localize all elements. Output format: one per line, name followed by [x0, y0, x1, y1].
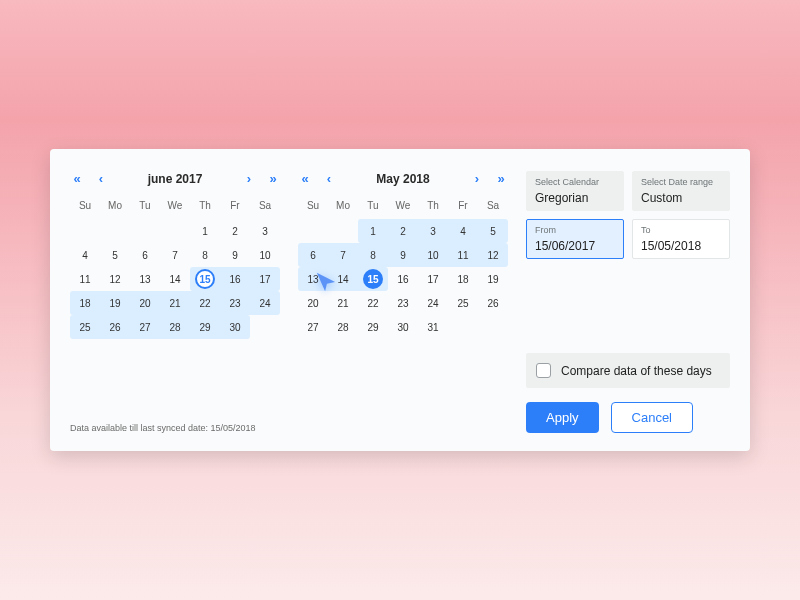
controls-column: Select Calendar Gregorian Select Date ra…: [526, 171, 730, 433]
day-cell[interactable]: 1: [190, 219, 220, 243]
date-range-panel: « ‹ june 2017 › » SuMoTuWeThFrSa12345678…: [50, 149, 750, 451]
day-cell[interactable]: 24: [250, 291, 280, 315]
day-cell[interactable]: 4: [70, 243, 100, 267]
from-label: From: [535, 225, 615, 235]
cancel-button[interactable]: Cancel: [611, 402, 693, 433]
calendar-right: « ‹ May 2018 › » SuMoTuWeThFrSa123456789…: [298, 171, 508, 433]
select-range-dropdown[interactable]: Select Date range Custom: [632, 171, 730, 211]
day-cell[interactable]: 7: [160, 243, 190, 267]
day-cell[interactable]: 17: [418, 267, 448, 291]
day-cell[interactable]: 26: [478, 291, 508, 315]
day-cell[interactable]: 11: [448, 243, 478, 267]
next-year-icon[interactable]: »: [266, 171, 280, 186]
day-cell[interactable]: 12: [478, 243, 508, 267]
day-cell[interactable]: 8: [358, 243, 388, 267]
next-month-icon[interactable]: ›: [242, 171, 256, 186]
day-cell[interactable]: 13: [130, 267, 160, 291]
weekday-label: Sa: [250, 196, 280, 219]
day-cell[interactable]: 7: [328, 243, 358, 267]
day-cell[interactable]: 10: [250, 243, 280, 267]
day-cell[interactable]: 27: [298, 315, 328, 339]
select-calendar-label: Select Calendar: [535, 177, 615, 187]
day-cell[interactable]: 25: [70, 315, 100, 339]
day-cell[interactable]: 15: [190, 267, 220, 291]
day-cell[interactable]: 19: [478, 267, 508, 291]
day-cell[interactable]: 16: [220, 267, 250, 291]
weekday-label: Th: [190, 196, 220, 219]
from-date-input[interactable]: From 15/06/2017: [526, 219, 624, 259]
from-value: 15/06/2017: [535, 239, 595, 253]
day-cell[interactable]: 18: [70, 291, 100, 315]
day-cell[interactable]: 20: [298, 291, 328, 315]
day-cell[interactable]: 21: [160, 291, 190, 315]
day-cell-empty: [328, 219, 358, 243]
weekday-label: Mo: [328, 196, 358, 219]
action-buttons: Apply Cancel: [526, 402, 730, 433]
day-cell[interactable]: 3: [250, 219, 280, 243]
prev-month-icon[interactable]: ‹: [94, 171, 108, 186]
day-cell[interactable]: 30: [388, 315, 418, 339]
next-month-icon[interactable]: ›: [470, 171, 484, 186]
day-cell[interactable]: 28: [328, 315, 358, 339]
day-cell[interactable]: 23: [220, 291, 250, 315]
compare-checkbox[interactable]: [536, 363, 551, 378]
day-cell[interactable]: 2: [388, 219, 418, 243]
prev-year-icon[interactable]: «: [298, 171, 312, 186]
weekday-label: We: [160, 196, 190, 219]
day-cell[interactable]: 30: [220, 315, 250, 339]
day-cell[interactable]: 2: [220, 219, 250, 243]
day-cell[interactable]: 27: [130, 315, 160, 339]
calendars: « ‹ june 2017 › » SuMoTuWeThFrSa12345678…: [70, 171, 508, 433]
day-cell-empty: [160, 219, 190, 243]
day-cell[interactable]: 19: [100, 291, 130, 315]
day-cell[interactable]: 31: [418, 315, 448, 339]
weekday-label: Sa: [478, 196, 508, 219]
day-cell[interactable]: 9: [388, 243, 418, 267]
day-cell[interactable]: 6: [298, 243, 328, 267]
day-cell[interactable]: 11: [70, 267, 100, 291]
day-cell[interactable]: 20: [130, 291, 160, 315]
day-cell[interactable]: 5: [100, 243, 130, 267]
day-cell[interactable]: 3: [418, 219, 448, 243]
weekday-label: Tu: [130, 196, 160, 219]
day-cell[interactable]: 29: [358, 315, 388, 339]
day-cell[interactable]: 10: [418, 243, 448, 267]
select-calendar-dropdown[interactable]: Select Calendar Gregorian: [526, 171, 624, 211]
day-cell[interactable]: 18: [448, 267, 478, 291]
day-cell[interactable]: 29: [190, 315, 220, 339]
select-calendar-value: Gregorian: [535, 191, 588, 205]
day-cell[interactable]: 1: [358, 219, 388, 243]
day-cell[interactable]: 15: [358, 267, 388, 291]
day-cell[interactable]: 26: [100, 315, 130, 339]
select-range-label: Select Date range: [641, 177, 721, 187]
day-cell[interactable]: 6: [130, 243, 160, 267]
day-cell[interactable]: 23: [388, 291, 418, 315]
day-cell[interactable]: 14: [160, 267, 190, 291]
prev-year-icon[interactable]: «: [70, 171, 84, 186]
prev-month-icon[interactable]: ‹: [322, 171, 336, 186]
day-cell[interactable]: 9: [220, 243, 250, 267]
day-cell[interactable]: 28: [160, 315, 190, 339]
day-cell[interactable]: 22: [358, 291, 388, 315]
to-date-input[interactable]: To 15/05/2018: [632, 219, 730, 259]
day-cell[interactable]: 16: [388, 267, 418, 291]
to-value: 15/05/2018: [641, 239, 701, 253]
apply-button[interactable]: Apply: [526, 402, 599, 433]
day-cell[interactable]: 8: [190, 243, 220, 267]
day-cell[interactable]: 25: [448, 291, 478, 315]
calendar-left: « ‹ june 2017 › » SuMoTuWeThFrSa12345678…: [70, 171, 280, 433]
day-cell[interactable]: 12: [100, 267, 130, 291]
day-cell[interactable]: 21: [328, 291, 358, 315]
calendar-left-header: « ‹ june 2017 › »: [70, 171, 280, 186]
next-year-icon[interactable]: »: [494, 171, 508, 186]
day-cell[interactable]: 17: [250, 267, 280, 291]
sync-note: Data available till last synced date: 15…: [70, 423, 256, 433]
day-cell[interactable]: 22: [190, 291, 220, 315]
to-label: To: [641, 225, 721, 235]
day-cell[interactable]: 4: [448, 219, 478, 243]
day-cell[interactable]: 5: [478, 219, 508, 243]
weekday-label: Fr: [220, 196, 250, 219]
day-cell[interactable]: 14: [328, 267, 358, 291]
day-cell[interactable]: 24: [418, 291, 448, 315]
day-cell[interactable]: 13: [298, 267, 328, 291]
